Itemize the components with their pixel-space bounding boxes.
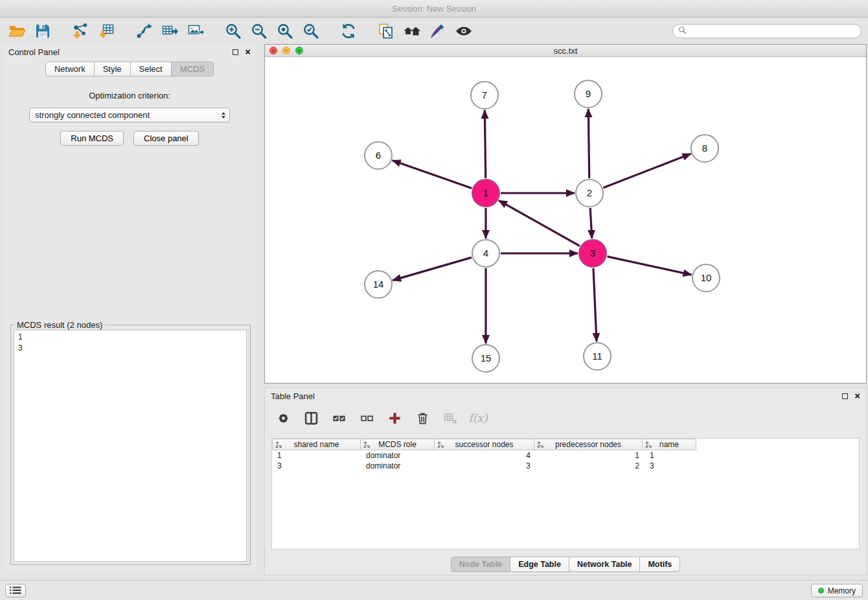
zoom-fit-icon[interactable]: [275, 21, 295, 41]
refresh-icon[interactable]: [338, 21, 359, 41]
graph-node[interactable]: 11: [584, 343, 611, 370]
graph-node[interactable]: 4: [472, 240, 499, 267]
table-tabs: Node TableEdge TableNetwork TableMotifs: [265, 557, 866, 572]
table-row[interactable]: 3dominator323: [272, 461, 859, 471]
close-table-panel-icon[interactable]: ×: [854, 393, 860, 399]
column-header[interactable]: successor nodes: [434, 439, 534, 450]
graph-edge[interactable]: [393, 161, 472, 189]
deselect-all-icon[interactable]: [358, 409, 376, 427]
graph-node-label: 2: [587, 187, 592, 198]
graph-node[interactable]: 2: [576, 179, 603, 207]
graph-node-label: 6: [376, 150, 381, 161]
tab-style[interactable]: Style: [94, 62, 131, 76]
zoom-out-icon[interactable]: [249, 21, 269, 41]
network-canvas-svg[interactable]: 7968124314101511: [265, 57, 866, 383]
minimize-window-icon[interactable]: −: [282, 47, 290, 54]
column-header-label: predecessor nodes: [555, 440, 621, 449]
graph-node[interactable]: 15: [472, 345, 499, 372]
column-header[interactable]: shared name: [272, 439, 361, 450]
import-network-icon[interactable]: [70, 21, 91, 41]
mcds-result-text[interactable]: 1 3: [14, 330, 247, 562]
open-file-icon[interactable]: [6, 21, 27, 41]
graph-node[interactable]: 1: [472, 179, 499, 207]
close-panel-button[interactable]: Close panel: [133, 131, 199, 146]
maximize-window-icon[interactable]: +: [295, 47, 303, 54]
control-panel: Control Panel × NetworkStyleSelectMCDS O…: [3, 44, 257, 571]
status-bar: Memory: [0, 580, 868, 600]
clone-network-icon[interactable]: [376, 21, 396, 41]
memory-button[interactable]: Memory: [811, 584, 863, 597]
tab-mcds[interactable]: MCDS: [171, 62, 214, 76]
save-session-icon[interactable]: [32, 21, 53, 41]
table-row[interactable]: 1dominator411: [272, 450, 859, 461]
list-icon: [10, 585, 21, 597]
tab-edge-table[interactable]: Edge Table: [510, 557, 569, 572]
table-cell: 1: [272, 451, 361, 460]
tab-node-table[interactable]: Node Table: [451, 557, 510, 572]
graph-edge[interactable]: [485, 110, 485, 178]
column-type-icon: [645, 441, 652, 450]
tab-network-table[interactable]: Network Table: [569, 557, 641, 572]
graph-edge[interactable]: [608, 257, 692, 275]
table-cell: 1: [645, 451, 699, 460]
close-panel-icon[interactable]: ×: [245, 49, 251, 55]
gear-icon[interactable]: [274, 409, 292, 427]
import-table-icon[interactable]: [96, 21, 117, 41]
memory-label: Memory: [828, 586, 856, 595]
float-table-panel-icon[interactable]: [842, 393, 848, 399]
graph-node[interactable]: 9: [575, 80, 602, 108]
export-network-icon[interactable]: [133, 21, 154, 41]
export-image-icon[interactable]: [185, 21, 206, 41]
graph-edge[interactable]: [593, 268, 597, 341]
graph-edge[interactable]: [499, 200, 580, 246]
select-stepper-icon: [220, 112, 227, 119]
add-column-icon[interactable]: [385, 409, 404, 427]
graph-edge[interactable]: [590, 208, 592, 238]
zoom-in-icon[interactable]: [223, 21, 244, 41]
tab-network[interactable]: Network: [45, 62, 95, 76]
column-header[interactable]: predecessor nodes: [534, 439, 643, 450]
table-cell: 3: [645, 461, 699, 470]
mcds-result-box: MCDS result (2 nodes) 1 3: [10, 325, 251, 565]
select-all-icon[interactable]: [330, 409, 348, 427]
graph-node[interactable]: 3: [579, 240, 606, 267]
close-window-icon[interactable]: ×: [269, 47, 277, 54]
task-history-button[interactable]: [5, 584, 26, 597]
delete-column-icon[interactable]: [413, 409, 431, 427]
graph-node-label: 10: [701, 272, 712, 283]
column-selector-icon[interactable]: [302, 409, 320, 427]
graph-node[interactable]: 10: [692, 264, 720, 292]
graph-edge[interactable]: [588, 109, 589, 178]
tab-select[interactable]: Select: [130, 62, 172, 76]
toolbar-group: [6, 21, 53, 41]
delete-table-icon: [441, 409, 459, 427]
eye-icon[interactable]: [453, 21, 474, 41]
home-icon[interactable]: [402, 21, 422, 41]
float-panel-icon[interactable]: [233, 49, 238, 55]
graph-node[interactable]: 14: [365, 271, 392, 298]
column-header[interactable]: name: [642, 439, 696, 450]
graph-node-label: 8: [702, 143, 707, 154]
search-input[interactable]: [690, 27, 856, 36]
criterion-value: strongly connected component: [35, 110, 150, 120]
optimization-criterion-select[interactable]: strongly connected component: [29, 108, 230, 122]
tab-motifs[interactable]: Motifs: [639, 557, 680, 572]
graph-node-label: 4: [483, 248, 488, 259]
zoom-selected-icon[interactable]: [301, 21, 321, 41]
graph-node[interactable]: 7: [471, 82, 498, 109]
style-brush-icon[interactable]: [428, 21, 448, 41]
graph-node[interactable]: 6: [365, 142, 392, 169]
optimization-label: Optimization criterion:: [3, 91, 257, 100]
graph-node-label: 9: [586, 88, 591, 99]
search-field[interactable]: [672, 24, 862, 38]
table-panel: Table Panel × f(x) shared nameMCDS roles…: [264, 387, 867, 575]
graph-edge[interactable]: [393, 257, 472, 280]
network-canvas[interactable]: 7968124314101511: [265, 57, 866, 383]
run-mcds-button[interactable]: Run MCDS: [60, 131, 124, 146]
export-table-icon[interactable]: [159, 21, 180, 41]
toolbar-group: [223, 21, 321, 41]
column-header[interactable]: MCDS role: [360, 439, 435, 450]
table-toolbar: f(x): [265, 406, 866, 430]
graph-edge[interactable]: [603, 154, 691, 187]
graph-node[interactable]: 8: [691, 135, 718, 162]
